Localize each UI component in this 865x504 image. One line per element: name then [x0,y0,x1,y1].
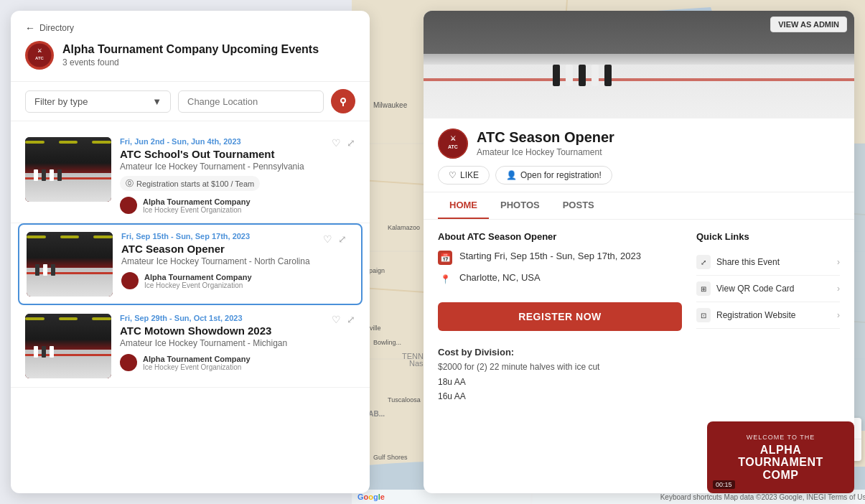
cost-section: Cost by Division: $2000 for (2) 22 minut… [438,347,682,403]
event-org-1: Alpha Tournament Company Ice Hockey Even… [120,197,355,214]
event-card-3[interactable]: Fri, Sep 29th - Sun, Oct 1st, 2023 ATC M… [11,305,370,388]
like-label: LIKE [460,170,479,180]
card-actions-1: ♡ ⤢ [332,137,355,149]
org-mini-logo-1 [120,197,137,214]
event-hero: VIEW AS ADMIN [424,11,854,118]
quick-link-share[interactable]: ⤢ Share this Event › [696,249,840,276]
detail-content: About ATC Season Opener 📅 Starting Fri, … [424,220,854,415]
tab-posts[interactable]: POSTS [551,192,606,219]
event-image-2 [27,232,113,297]
filter-chevron-icon: ▼ [152,96,162,107]
quick-link-qr[interactable]: ⊞ View QR Code Card › [696,276,840,302]
org-subtitle: 3 events found [62,57,319,67]
event-date-1: Fri, Jun 2nd - Sun, Jun 4th, 2023 [120,137,355,146]
tab-photos[interactable]: PHOTOS [489,192,551,219]
like-icon-3[interactable]: ♡ [332,314,341,325]
division-1: 18u AA [438,375,682,389]
qr-chevron-icon: › [837,284,840,294]
svg-text:⚔: ⚔ [37,48,42,53]
org-mini-name-1: Alpha Tournament Company [143,197,251,206]
person-icon: 👤 [506,170,517,180]
filter-type-select[interactable]: Filter by type ▼ [25,90,171,113]
map-attribution: Keyboard shortcuts Map data ©2023 Google… [660,493,865,501]
event-info-1: Fri, Jun 2nd - Sun, Jun 4th, 2023 ATC Sc… [120,137,355,214]
event-detail-logo: ⚔ ATC [438,129,468,159]
back-arrow-icon[interactable]: ← [25,22,35,34]
event-name-2: ATC Season Opener [121,243,354,255]
location-input[interactable] [178,90,324,113]
event-detail-type: Amateur Ice Hockey Tournament [477,147,614,157]
promo-card[interactable]: WELCOME TO THE ALPHA TOURNAMENT COMP 00:… [707,421,854,493]
filter-type-label: Filter by type [34,96,88,107]
quick-links-title: Quick Links [696,231,840,242]
reg-icon: ⓪ [126,178,134,189]
svg-text:Kalamazoo: Kalamazoo [388,224,420,231]
left-panel: ← Directory ⚔ ATC Alpha Tournament Compa… [11,11,370,493]
event-detail-header: ⚔ ATC ATC Season Opener Amateur Ice Hock… [424,118,854,192]
register-now-button[interactable]: REGISTER NOW [438,302,682,331]
detail-location: Charlotte, NC, USA [459,272,541,283]
svg-point-49 [341,98,345,103]
event-org-3: Alpha Tournament Company Ice Hockey Even… [120,354,355,371]
org-mini-type-1: Ice Hockey Event Organization [143,206,251,214]
svg-text:Bowling...: Bowling... [373,339,401,346]
events-list: Fri, Jun 2nd - Sun, Jun 4th, 2023 ATC Sc… [11,121,370,493]
cost-detail: $2000 for (2) 22 minute halves with ice … [438,362,682,372]
event-name-3: ATC Motown Showdown 2023 [120,325,355,337]
event-type-2: Amateur Ice Hockey Tournament - North Ca… [121,256,354,266]
event-card-2[interactable]: Fri, Sep 15th - Sun, Sep 17th, 2023 ATC … [18,223,363,305]
event-type-3: Amateur Ice Hockey Tournament - Michigan [120,338,355,348]
promo-content: WELCOME TO THE ALPHA TOURNAMENT COMP [731,426,830,489]
svg-text:Tuscaloosa: Tuscaloosa [388,396,421,403]
event-name-1: ATC School's Out Tournament [120,148,355,160]
reg-link-label: Registration Website [716,310,796,320]
svg-text:Milwaukee: Milwaukee [373,101,408,109]
card-actions-3: ♡ ⤢ [332,314,355,325]
calendar-icon: 📅 [438,251,452,265]
qr-link-label: View QR Code Card [716,284,795,294]
tab-home[interactable]: HOME [438,192,489,219]
detail-location-row: 📍 Charlotte, NC, USA [438,272,682,286]
event-registration-1: ⓪ Registration starts at $100 / Team [120,176,260,191]
google-logo: Google [357,493,385,501]
org-logo: ⚔ ATC [25,41,54,70]
event-info-2: Fri, Sep 15th - Sun, Sep 17th, 2023 ATC … [121,232,354,297]
event-card-1[interactable]: Fri, Jun 2nd - Sun, Jun 4th, 2023 ATC Sc… [11,129,370,223]
cost-title: Cost by Division: [438,347,682,358]
breadcrumb[interactable]: ← Directory [25,22,355,34]
svg-text:Gulf Shores: Gulf Shores [373,454,408,461]
division-2: 16u AA [438,389,682,403]
detail-sidebar: Quick Links ⤢ Share this Event › ⊞ View … [696,231,840,403]
open-reg-label: Open for registration! [520,170,602,180]
card-actions-2: ♡ ⤢ [323,233,347,245]
promo-welcome-text: WELCOME TO THE [738,434,823,441]
org-mini-logo-2 [121,272,139,289]
svg-point-51 [439,129,467,158]
share-icon-2[interactable]: ⤢ [338,233,347,245]
like-icon-2[interactable]: ♡ [323,233,332,245]
heart-icon: ♡ [449,170,457,180]
action-buttons: ♡ LIKE 👤 Open for registration! [438,166,840,185]
share-icon-3[interactable]: ⤢ [347,314,355,325]
like-button[interactable]: ♡ LIKE [438,166,490,185]
event-info-3: Fri, Sep 29th - Sun, Oct 1st, 2023 ATC M… [120,314,355,378]
like-icon-1[interactable]: ♡ [332,137,341,149]
org-mini-logo-3 [120,354,137,371]
about-section-title: About ATC Season Opener [438,231,682,242]
location-button[interactable] [331,89,355,113]
reg-chevron-icon: › [837,310,840,320]
share-chevron-icon: › [837,257,840,267]
svg-text:ATC: ATC [448,144,458,149]
detail-tabs: HOME PHOTOS POSTS [424,192,854,220]
share-icon-1[interactable]: ⤢ [347,137,355,149]
open-registration-button[interactable]: 👤 Open for registration! [495,166,612,185]
detail-start-date: Starting Fri, Sep 15th - Sun, Sep 17th, … [459,251,641,261]
reg-link-icon: ⊡ [696,308,711,322]
location-pin-icon: 📍 [438,272,452,286]
video-timer: 00:15 [713,480,735,489]
event-image-3 [25,314,111,378]
quick-link-registration[interactable]: ⊡ Registration Website › [696,302,840,329]
event-date-3: Fri, Sep 29th - Sun, Oct 1st, 2023 [120,314,355,322]
breadcrumb-label: Directory [39,23,74,33]
view-as-admin-button[interactable]: VIEW AS ADMIN [770,17,847,32]
